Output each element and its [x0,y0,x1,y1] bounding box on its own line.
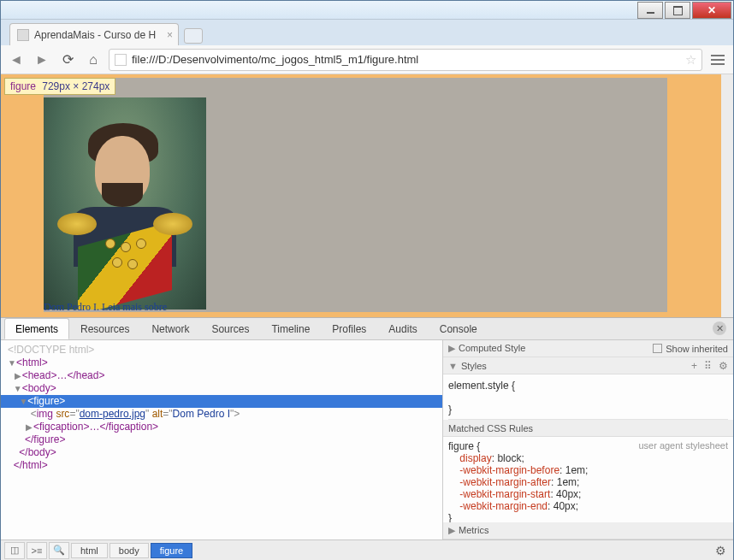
dom-img-node[interactable]: <img src="dom-pedro.jpg" alt="Dom Pedro … [1,408,442,421]
devtools-tab-network[interactable]: Network [140,318,200,339]
css-selector: figure { [448,440,480,452]
window-titlebar: ✕ [1,1,733,20]
dom-selected-node[interactable]: ▼<figure> [1,395,442,408]
url-text: file:///D:/Desenvolvimento/mc_jogos_html… [132,53,685,66]
devtools-tab-timeline[interactable]: Timeline [260,318,321,339]
tooltip-dimensions: 729px × 274px [42,80,110,92]
inspect-element-icon[interactable]: 🔍 [49,542,69,559]
inspect-tooltip: figure 729px × 274px [4,78,115,95]
browser-window: ✕ AprendaMais - Curso de H × ◄ ► ⟳ ⌂ fil… [0,0,734,560]
browser-toolbar: ◄ ► ⟳ ⌂ file:///D:/Desenvolvimento/mc_jo… [1,45,733,74]
forward-button[interactable]: ► [32,50,52,70]
viewport-scrollbar-thumb[interactable] [722,160,732,203]
dom-body-open: <body> [22,382,56,394]
show-inherited-checkbox[interactable] [653,344,662,353]
tab-title: AprendaMais - Curso de H [34,29,156,41]
devtools-panel: Elements Resources Network Sources Timel… [1,317,733,560]
dom-body-close: </body> [19,446,56,458]
breadcrumb-figure[interactable]: figure [151,543,193,558]
styles-sidebar: ▶Computed Style Show inherited ▼Styles +… [443,340,733,539]
figure-image [44,97,206,309]
devtools-footer: ◫ >≡ 🔍 html body figure ⚙ [1,539,733,560]
matched-rules-header: Matched CSS Rules [443,420,733,437]
breadcrumb-body[interactable]: body [110,543,149,558]
browser-tab[interactable]: AprendaMais - Curso de H × [9,23,179,45]
figure-caption: Dom Pedro I. Leia mais sobre [44,301,167,314]
gear-icon[interactable]: ⚙ [719,360,728,372]
devtools-tab-audits[interactable]: Audits [377,318,428,339]
twist-icon[interactable]: ▼ [8,357,16,369]
dom-html-close: </html> [14,459,48,471]
tooltip-tagname: figure [10,80,36,92]
page-icon [115,54,127,66]
chevron-down-icon: ▼ [448,361,458,371]
css-declaration[interactable]: -webkit-margin-start: 40px; [448,488,728,500]
styles-content[interactable]: element.style { } Matched CSS Rules user… [443,374,733,522]
page-viewport: Dom Pedro I. Leia mais sobre figure 729p… [1,74,733,317]
tab-close-icon[interactable]: × [167,29,173,41]
devtools-tab-profiles[interactable]: Profiles [321,318,377,339]
twist-icon[interactable]: ▼ [14,382,22,395]
window-maximize-button[interactable] [665,2,690,19]
css-declaration[interactable]: -webkit-margin-after: 1em; [448,476,728,488]
computed-style-header[interactable]: ▶Computed Style Show inherited [443,340,733,357]
dock-side-icon[interactable]: ◫ [4,542,25,559]
devtools-tab-elements[interactable]: Elements [4,318,69,339]
dom-html-open: <html> [16,357,48,368]
breadcrumb-html[interactable]: html [71,543,108,558]
new-tab-button[interactable] [184,28,203,44]
devtools-body: <!DOCTYPE html> ▼<html> ▶<head>…</head> … [1,340,733,539]
dom-tree[interactable]: <!DOCTYPE html> ▼<html> ▶<head>…</head> … [1,340,443,539]
ua-stylesheet-label: user agent stylesheet [638,440,728,451]
css-declaration[interactable]: -webkit-margin-end: 40px; [448,500,728,512]
chrome-menu-button[interactable] [707,50,728,70]
devtools-tab-sources[interactable]: Sources [200,318,260,339]
devtools-tabbar: Elements Resources Network Sources Timel… [1,318,733,340]
dom-figure-close: </figure> [25,433,65,445]
bookmark-star-icon[interactable]: ☆ [685,52,696,68]
css-declaration[interactable]: -webkit-margin-before: 1em; [448,464,728,476]
devtools-close-icon[interactable]: ✕ [713,321,726,335]
dom-doctype: <!DOCTYPE html> [8,344,94,356]
window-minimize-button[interactable] [637,2,663,19]
new-rule-icon[interactable]: + [691,360,697,372]
back-button[interactable]: ◄ [6,50,27,70]
chevron-right-icon: ▶ [448,343,455,353]
dom-head: <head>…</head> [22,369,105,381]
devtools-tab-console[interactable]: Console [429,318,488,339]
address-bar[interactable]: file:///D:/Desenvolvimento/mc_jogos_html… [109,49,702,71]
settings-gear-icon[interactable]: ⚙ [715,544,726,557]
chevron-right-icon: ▶ [448,525,455,535]
styles-pane-header[interactable]: ▼Styles + ⠿ ⚙ [443,357,733,374]
twist-icon[interactable]: ▶ [14,369,22,382]
devtools-tab-resources[interactable]: Resources [69,318,140,339]
tab-strip: AprendaMais - Curso de H × [1,20,733,45]
metrics-pane-header[interactable]: ▶Metrics [443,522,733,539]
toggle-state-icon[interactable]: ⠿ [704,360,712,372]
favicon-icon [17,29,29,41]
css-declaration[interactable]: display: block; [448,452,728,464]
twist-icon[interactable]: ▶ [25,421,33,433]
home-button[interactable]: ⌂ [83,50,104,70]
dom-figcaption: <figcaption>…</figcaption> [33,421,158,433]
show-console-icon[interactable]: >≡ [27,542,47,559]
window-close-button[interactable]: ✕ [692,2,731,19]
reload-button[interactable]: ⟳ [57,50,78,70]
